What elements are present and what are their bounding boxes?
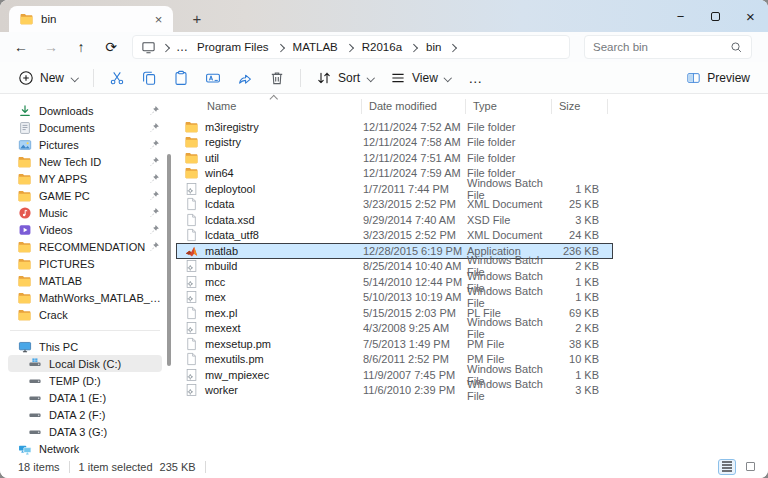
share-button[interactable]	[229, 65, 261, 91]
maximize-icon	[711, 12, 720, 21]
sidebar-item-pictures[interactable]: Pictures	[8, 136, 162, 153]
document-icon	[17, 120, 32, 135]
file-row-lcdata-utf8[interactable]: lcdata_utf83/23/2015 2:52 PMXML Document…	[176, 228, 613, 244]
maximize-button[interactable]	[698, 0, 733, 32]
tab-close-icon[interactable]	[150, 11, 167, 28]
sidebar-item-downloads[interactable]: Downloads	[8, 102, 162, 119]
sidebar-item-recommendation[interactable]: RECOMMENDATION	[8, 238, 162, 255]
file-size: 10 KB	[553, 353, 603, 365]
thumbnail-view-button[interactable]	[741, 459, 759, 475]
file-row-util[interactable]: util12/11/2024 7:51 AMFile folder	[176, 150, 613, 166]
sidebar-item-crack[interactable]: Crack	[8, 306, 162, 323]
column-header-name[interactable]: Name	[176, 99, 362, 114]
pin-icon	[147, 190, 160, 201]
sidebar-item-label: TEMP (D:)	[49, 375, 162, 387]
minimize-button[interactable]	[663, 0, 698, 32]
batch-icon	[184, 321, 199, 335]
sidebar-item-music[interactable]: Music	[8, 204, 162, 221]
paste-button[interactable]	[165, 65, 197, 91]
forward-button[interactable]: →	[36, 35, 66, 59]
sidebar-item-data-2-f[interactable]: DATA 2 (F:)	[8, 406, 162, 423]
file-row-mex[interactable]: mex5/10/2013 10:19 AMWindows Batch File1…	[176, 290, 613, 306]
sidebar-scrollbar[interactable]	[167, 154, 171, 366]
sidebar-item-temp-d[interactable]: TEMP (D:)	[8, 372, 162, 389]
rename-button[interactable]	[197, 65, 229, 91]
sidebar-item-new-tech-id[interactable]: New Tech ID	[8, 153, 162, 170]
chevron-right-icon	[449, 43, 457, 51]
back-button[interactable]: ←	[6, 35, 36, 59]
breadcrumb-item-r2016a[interactable]: R2016a	[360, 40, 404, 54]
column-header-date-modified[interactable]: Date modified	[362, 99, 466, 114]
file-date-modified: 12/11/2024 7:51 AM	[363, 152, 467, 164]
file-row-worker[interactable]: worker11/6/2010 2:39 PMWindows Batch Fil…	[176, 383, 613, 399]
file-row-m3iregistry[interactable]: m3iregistry12/11/2024 7:52 AMFile folder	[176, 119, 613, 135]
sidebar-item-videos[interactable]: Videos	[8, 221, 162, 238]
column-header-size[interactable]: Size	[552, 99, 608, 114]
details-view-button[interactable]	[718, 459, 736, 475]
preview-pane-icon	[686, 71, 701, 85]
copy-button[interactable]	[133, 65, 165, 91]
new-button[interactable]: New	[10, 65, 86, 91]
page-icon	[184, 197, 199, 211]
breadcrumb-overflow[interactable]: …	[176, 40, 189, 54]
sidebar-item-game-pc[interactable]: GAME PC	[8, 187, 162, 204]
folder-icon	[19, 12, 34, 26]
file-date-modified: 12/11/2024 7:58 AM	[363, 136, 467, 148]
sort-button[interactable]: Sort	[308, 65, 382, 91]
file-row-mexsetup-pm[interactable]: mexsetup.pm7/5/2013 1:49 PMPM File38 KB	[176, 336, 613, 352]
file-size: 236 KB	[553, 245, 603, 257]
search-input[interactable]	[593, 41, 730, 53]
file-name: lcdata	[177, 197, 363, 211]
search-icon	[730, 41, 743, 54]
new-tab-button[interactable]	[185, 6, 209, 30]
file-row-mexext[interactable]: mexext4/3/2008 9:25 AMWindows Batch File…	[176, 321, 613, 337]
sidebar-item-mathworks-matlab-r2016a[interactable]: MathWorks_MATLAB_R2016a	[8, 289, 162, 306]
pin-icon	[147, 207, 160, 218]
column-header-type[interactable]: Type	[466, 99, 552, 114]
file-name-text: mcc	[205, 276, 225, 288]
sidebar-item-data-1-e[interactable]: DATA 1 (E:)	[8, 389, 162, 406]
file-row-lcdata-xsd[interactable]: lcdata.xsd9/29/2014 7:40 AMXSD File3 KB	[176, 212, 613, 228]
refresh-button[interactable]: ⟳	[96, 35, 126, 59]
view-button[interactable]: View	[382, 65, 460, 91]
file-type: Windows Batch File	[467, 316, 553, 340]
file-row-registry[interactable]: registry12/11/2024 7:58 AMFile folder	[176, 135, 613, 151]
more-options-button[interactable]	[460, 65, 492, 91]
pin-icon	[147, 139, 160, 150]
toolbar-divider	[93, 69, 94, 87]
file-name: matlab	[177, 244, 363, 258]
search-box[interactable]	[584, 35, 752, 59]
pin-icon	[147, 105, 160, 116]
sidebar-item-this-pc[interactable]: This PC	[8, 338, 162, 355]
sidebar-item-data-3-g[interactable]: DATA 3 (G:)	[8, 423, 162, 440]
folder-icon	[17, 307, 32, 322]
sidebar-item-my-apps[interactable]: MY APPS	[8, 170, 162, 187]
breadcrumb-item-bin[interactable]: bin	[424, 40, 443, 54]
preview-button[interactable]: Preview	[678, 65, 758, 91]
breadcrumb-item-program-files[interactable]: Program Files	[195, 40, 271, 54]
sidebar-item-documents[interactable]: Documents	[8, 119, 162, 136]
pictures-icon	[17, 137, 32, 152]
file-size: 25 KB	[553, 198, 603, 210]
cut-button[interactable]	[101, 65, 133, 91]
tab-bin[interactable]: bin	[9, 6, 173, 32]
sidebar-item-pictures[interactable]: PICTURES	[8, 255, 162, 272]
status-bar: 18 items 1 item selected 235 KB	[0, 455, 768, 478]
file-type: Windows Batch File	[467, 378, 553, 402]
file-date-modified: 3/23/2015 2:52 PM	[363, 229, 467, 241]
sidebar-item-matlab[interactable]: MATLAB	[8, 272, 162, 289]
close-button[interactable]	[733, 0, 768, 32]
trash-icon	[269, 70, 285, 86]
up-button[interactable]: ↑	[66, 35, 96, 59]
sidebar-item-label: Downloads	[39, 105, 147, 117]
page-icon	[184, 228, 199, 242]
content-area: DownloadsDocumentsPicturesNew Tech IDMY …	[0, 94, 768, 455]
sidebar-item-local-disk-c[interactable]: Local Disk (C:)	[8, 355, 162, 372]
file-row-deploytool[interactable]: deploytool1/7/2011 7:44 PMWindows Batch …	[176, 181, 613, 197]
file-name-text: lcdata_utf8	[205, 229, 259, 241]
file-row-lcdata[interactable]: lcdata3/23/2015 2:52 PMXML Document25 KB	[176, 197, 613, 213]
breadcrumb[interactable]: … Program FilesMATLABR2016abin	[132, 35, 570, 59]
breadcrumb-item-matlab[interactable]: MATLAB	[291, 40, 340, 54]
delete-button[interactable]	[261, 65, 293, 91]
navigation-pane: DownloadsDocumentsPicturesNew Tech IDMY …	[0, 94, 174, 455]
